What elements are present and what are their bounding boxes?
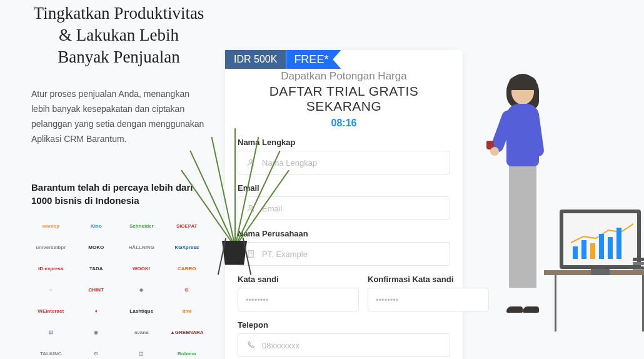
phone-icon: [246, 340, 256, 350]
partner-logo: wonlep: [31, 220, 71, 232]
form-subtitle: Dapatkan Potongan Harga: [238, 70, 450, 83]
partner-logo: CARRO: [168, 262, 207, 275]
logo-grid: wonlepKinoSchneiderSICEPATuniversalbprMO…: [31, 220, 206, 359]
partner-logo: MOKO: [77, 241, 116, 253]
partner-logo: ◫: [122, 347, 161, 359]
partner-logo: Robana: [168, 347, 207, 359]
price-ribbon: IDR 500K FREE*: [225, 50, 341, 69]
email-label: Email: [238, 183, 450, 193]
confirm-password-label: Konfirmasi Kata sandi: [368, 275, 489, 284]
partner-logo: ◆: [122, 283, 161, 296]
partner-logo: KGXpress: [168, 241, 207, 253]
partner-logo: ○: [31, 283, 71, 296]
partner-logo: iD express: [31, 262, 71, 275]
company-input[interactable]: [262, 250, 442, 259]
partner-logo: HÄLLNING: [122, 241, 161, 253]
partner-logo: ⊙: [77, 347, 116, 359]
partner-logo: ◉: [77, 326, 116, 338]
price-free: FREE*: [286, 50, 341, 69]
partner-logo: Lashtique: [122, 305, 161, 317]
phone-label: Telepon: [238, 320, 450, 330]
confirm-password-input[interactable]: [376, 295, 481, 305]
woman-desk-illustration: [494, 75, 644, 313]
partner-logo: avana: [122, 326, 161, 338]
sub-description: Atur proses penjualan Anda, menangkan le…: [31, 87, 206, 146]
partner-logo: itmi: [168, 305, 207, 317]
partner-logo: ▲GREENARA: [168, 326, 207, 338]
phone-input[interactable]: [262, 341, 442, 350]
partner-logo: ⊡: [31, 326, 71, 338]
plant-decoration: [213, 113, 256, 275]
partner-logo: SICEPAT: [168, 220, 207, 232]
countdown-timer: 08:16: [238, 118, 450, 129]
name-input[interactable]: [262, 158, 442, 168]
trusted-by-title: Barantum telah di percaya lebih dari 100…: [31, 181, 206, 207]
partner-logo: Schneider: [122, 220, 161, 232]
price-old: IDR 500K: [225, 50, 286, 69]
partner-logo: universalbpr: [31, 241, 71, 253]
partner-logo: TADA: [77, 262, 116, 275]
partner-logo: ⊙: [168, 283, 207, 296]
partner-logo: CHINT: [77, 283, 116, 296]
password-input[interactable]: [246, 295, 351, 305]
partner-logo: Kino: [77, 220, 116, 232]
password-label: Kata sandi: [238, 275, 359, 284]
headline: Tingkatkan Produktivitas & Lakukan Lebih…: [31, 3, 206, 68]
partner-logo: ♦: [77, 305, 116, 317]
partner-logo: TALKINC: [31, 347, 71, 359]
partner-logo: WEinteract: [31, 305, 71, 317]
company-label: Nama Perusahaan: [238, 229, 450, 238]
email-input[interactable]: [262, 204, 442, 213]
name-label: Nama Lengkap: [238, 138, 450, 147]
partner-logo: WOOK!: [122, 262, 161, 275]
signup-form-card: IDR 500K FREE* Dapatkan Potongan Harga D…: [225, 50, 463, 359]
form-title: DAFTAR TRIAL GRATIS SEKARANG: [238, 84, 450, 114]
